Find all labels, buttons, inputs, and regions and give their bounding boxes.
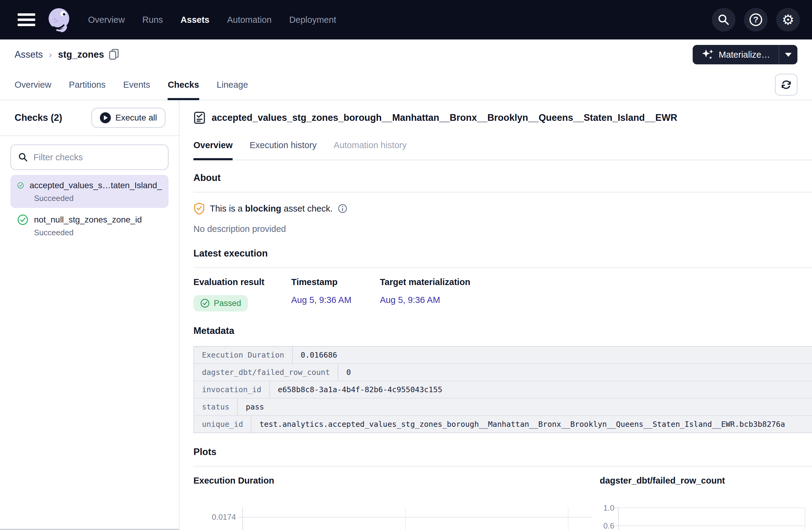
nav-item-deployment[interactable]: Deployment: [289, 15, 336, 25]
blocking-text-prefix: This is a: [210, 204, 245, 214]
latest-execution-heading: Latest execution: [193, 248, 812, 268]
metadata-heading: Metadata: [193, 325, 812, 336]
refresh-icon: [780, 78, 793, 91]
play-icon: [100, 112, 111, 123]
gridline: [619, 507, 805, 508]
shield-check-icon: [193, 202, 205, 215]
check-detail-tabs: Overview Execution history Automation hi…: [193, 138, 812, 160]
filter-checks-input[interactable]: [33, 152, 161, 162]
filter-checks-box: [10, 145, 169, 170]
search-button[interactable]: [712, 8, 736, 32]
table-row: Execution Duration 0.016686: [194, 347, 812, 364]
page-title: stg_zones: [58, 49, 104, 60]
y-axis-line: [618, 507, 619, 530]
tab-events[interactable]: Events: [123, 70, 150, 100]
execute-all-label: Execute all: [115, 113, 157, 123]
timestamp-link[interactable]: Aug 5, 9:36 AM: [291, 295, 351, 305]
top-nav: Overview Runs Assets Automation Deployme…: [0, 0, 812, 40]
metadata-key: dagster_dbt/failed_row_count: [194, 364, 338, 381]
materialize-button[interactable]: Materialize…: [693, 45, 797, 64]
y-axis-tick-label: 0.0174: [193, 512, 236, 522]
breadcrumb-row: Assets › stg_zones Materialize…: [0, 40, 812, 70]
y-axis-line: [242, 507, 243, 530]
check-list-item-accepted-values[interactable]: accepted_values_s…taten_Island_ Succeede…: [10, 175, 169, 208]
tab-lineage[interactable]: Lineage: [217, 70, 248, 100]
gear-icon: ⚙: [782, 13, 794, 27]
timestamp-label: Timestamp: [291, 277, 380, 287]
tab-checks[interactable]: Checks: [168, 70, 199, 100]
plots-heading: Plots: [193, 446, 812, 467]
metadata-value: e658b8c8-3a1a-4b4f-82b6-4c955043c155: [270, 381, 812, 398]
target-materialization-link[interactable]: Aug 5, 9:36 AM: [380, 295, 440, 305]
tab-partitions[interactable]: Partitions: [69, 70, 106, 100]
metadata-value: pass: [238, 399, 812, 415]
materialize-label: Materialize…: [719, 50, 770, 60]
execution-duration-chart: Execution Duration 0.0174: [193, 476, 592, 530]
evaluation-result-label: Evaluation result: [193, 277, 291, 287]
top-nav-items: Overview Runs Assets Automation Deployme…: [88, 15, 336, 25]
info-icon[interactable]: [338, 204, 347, 214]
table-row: status pass: [194, 399, 812, 416]
blocking-text-bold: blocking: [245, 204, 281, 214]
nav-item-automation[interactable]: Automation: [227, 15, 272, 25]
blocking-text-suffix: asset check.: [281, 204, 333, 214]
refresh-button[interactable]: [775, 74, 797, 95]
tab-check-overview[interactable]: Overview: [193, 138, 233, 160]
check-detail-panel: accepted_values_stg_zones_borough__Manha…: [179, 100, 812, 530]
gridline: [405, 507, 406, 530]
failed-row-count-chart: dagster_dbt/failed_row_count 1.0 0.6: [592, 476, 812, 530]
sparkle-icon: [701, 48, 714, 61]
dagster-logo-icon[interactable]: [47, 7, 72, 32]
metadata-key: Execution Duration: [194, 347, 293, 363]
chevron-down-icon: [785, 53, 792, 57]
table-row: unique_id test.analytics.accepted_values…: [194, 416, 812, 432]
breadcrumb-separator: ›: [49, 49, 52, 60]
about-heading: About: [193, 173, 812, 192]
gridline: [568, 507, 568, 530]
copy-icon: [109, 49, 119, 60]
check-title: accepted_values_stg_zones_borough__Manha…: [212, 112, 677, 123]
nav-item-overview[interactable]: Overview: [88, 15, 125, 25]
tab-automation-history[interactable]: Automation history: [334, 138, 407, 160]
table-row: invocation_id e658b8c8-3a1a-4b4f-82b6-4c…: [194, 381, 812, 399]
check-status: Succeeded: [34, 228, 162, 237]
metadata-value: test.analytics.accepted_values_stg_zones…: [251, 416, 812, 432]
hamburger-menu-icon[interactable]: [18, 13, 35, 26]
asset-check-icon: [193, 111, 206, 124]
tab-overview[interactable]: Overview: [15, 70, 51, 100]
metadata-value: 0.016686: [293, 347, 812, 363]
materialize-dropdown-button[interactable]: [779, 45, 797, 64]
tab-execution-history[interactable]: Execution history: [250, 138, 317, 160]
check-name: not_null_stg_zones_zone_id: [34, 215, 142, 225]
metadata-table: Execution Duration 0.016686 dagster_dbt/…: [193, 346, 812, 433]
search-icon: [717, 13, 730, 26]
asset-tabs-row: Overview Partitions Events Checks Lineag…: [0, 70, 812, 100]
y-axis-tick-label: 1.0: [592, 503, 614, 513]
passed-label: Passed: [214, 299, 241, 308]
check-status: Succeeded: [34, 194, 162, 203]
y-axis-tick-label: 0.6: [592, 521, 614, 530]
check-name: accepted_values_s…taten_Island_: [29, 181, 162, 190]
no-description-text: No description provided: [193, 224, 812, 234]
chart-title: Execution Duration: [193, 476, 592, 486]
breadcrumb-assets-link[interactable]: Assets: [15, 49, 43, 60]
help-button[interactable]: ?: [744, 8, 768, 32]
checks-count-heading: Checks (2): [15, 112, 62, 123]
gridline: [243, 517, 592, 518]
target-materialization-label: Target materialization: [380, 277, 812, 287]
blocking-note: This is a blocking asset check.: [193, 202, 812, 215]
settings-button[interactable]: ⚙: [776, 8, 800, 32]
copy-button[interactable]: [109, 49, 119, 60]
metadata-key: unique_id: [194, 416, 251, 432]
passed-badge: Passed: [193, 295, 248, 311]
check-list-item-not-null[interactable]: not_null_stg_zones_zone_id Succeeded: [10, 209, 169, 242]
search-icon: [18, 152, 28, 162]
execute-all-button[interactable]: Execute all: [91, 108, 165, 128]
metadata-key: status: [194, 399, 238, 415]
gridline: [619, 526, 805, 526]
check-circle-icon: [17, 214, 29, 225]
nav-item-runs[interactable]: Runs: [142, 15, 163, 25]
metadata-value: 0: [338, 364, 812, 381]
check-circle-icon: [200, 298, 210, 308]
nav-item-assets[interactable]: Assets: [181, 15, 209, 25]
